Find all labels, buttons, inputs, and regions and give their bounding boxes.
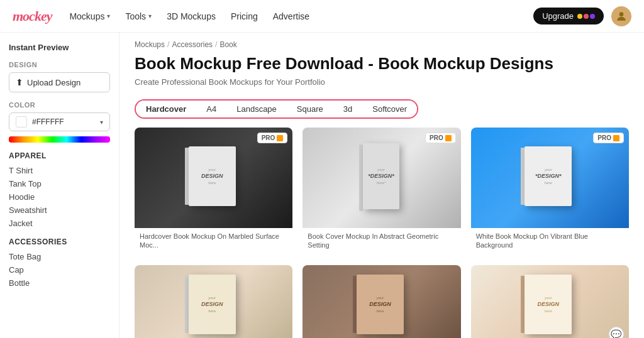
svg-point-0 xyxy=(619,12,624,16)
filter-tabs: Hardcover A4 Landscape Square 3d Softcov… xyxy=(119,93,644,128)
book-spine-1 xyxy=(185,148,189,205)
breadcrumb-sep-2: / xyxy=(215,40,217,49)
tab-a4[interactable]: A4 xyxy=(196,101,226,117)
color-picker[interactable]: #FFFFFF ▾ xyxy=(9,112,110,131)
tab-square[interactable]: Square xyxy=(287,101,333,117)
book-visual-4: your DESIGN here xyxy=(135,265,292,338)
book-3d-6: your DESIGN here xyxy=(525,275,575,337)
book-cover-2: your *DESIGN* here* xyxy=(363,143,399,209)
breadcrumb-accessories[interactable]: Accessories xyxy=(172,40,213,49)
dot-purple xyxy=(590,14,595,19)
mockup-grid: PRO your DESIGN here xyxy=(119,128,644,338)
nav-pricing[interactable]: Pricing xyxy=(231,11,258,21)
pro-badge-2: PRO xyxy=(425,133,456,143)
page-title: Book Mockup Free Download - Book Mockup … xyxy=(135,54,629,74)
book-3d-3: your *DESIGN* here xyxy=(525,146,575,209)
mockup-card-4[interactable]: your DESIGN here xyxy=(135,265,292,338)
book-cover-3: your *DESIGN* here xyxy=(525,146,572,206)
sidebar-item-cap[interactable]: Cap xyxy=(9,263,110,276)
book-cover-4: your DESIGN here xyxy=(189,275,236,334)
sidebar-item-bottle[interactable]: Bottle xyxy=(9,276,110,290)
sidebar-item-hoodie[interactable]: Hoodie xyxy=(9,190,110,204)
avatar[interactable] xyxy=(611,6,631,26)
tab-3d[interactable]: 3d xyxy=(333,101,362,117)
sidebar-item-totebag[interactable]: Tote Bag xyxy=(9,250,110,263)
book-spine-4 xyxy=(185,276,189,333)
pro-icon-1 xyxy=(277,135,283,141)
design-label: DESIGN xyxy=(9,61,110,68)
mockup-label-1: Hardcover Book Mockup On Marbled Surface… xyxy=(135,228,292,255)
book-text-4: your DESIGN here xyxy=(201,295,223,313)
sidebar: Instant Preview DESIGN ⬆ Upload Design C… xyxy=(0,33,119,338)
breadcrumb: Mockups / Accessories / Book xyxy=(119,33,644,54)
mockup-card-5[interactable]: your DESIGN here xyxy=(303,265,460,338)
nav-advertise[interactable]: Advertise xyxy=(273,11,309,21)
main-content: Mockups / Accessories / Book Book Mockup… xyxy=(119,33,644,338)
sidebar-item-jacket[interactable]: Jacket xyxy=(9,217,110,230)
pro-badge-3: PRO xyxy=(593,133,624,143)
sidebar-item-tanktop[interactable]: Tank Top xyxy=(9,177,110,190)
mockup-image-1: PRO your DESIGN here xyxy=(135,128,292,228)
book-cover-5: your DESIGN here xyxy=(357,275,404,334)
upgrade-dots xyxy=(577,14,595,19)
upgrade-button[interactable]: Upgrade xyxy=(533,8,604,25)
book-text-3: your *DESIGN* here xyxy=(535,167,562,185)
filter-tabs-inner: Hardcover A4 Landscape Square 3d Softcov… xyxy=(135,99,418,119)
mockup-card-2[interactable]: PRO your *DESIGN* here* xyxy=(303,128,460,255)
page-header: Book Mockup Free Download - Book Mockup … xyxy=(119,54,644,93)
book-cover-6: your DESIGN here xyxy=(525,275,572,334)
page-subtitle: Create Professional Book Mockups for You… xyxy=(135,77,629,87)
pro-icon-2 xyxy=(445,135,452,141)
breadcrumb-current: Book xyxy=(219,40,236,49)
logo[interactable]: mockey xyxy=(13,8,52,25)
main-nav: Mockups ▾ Tools ▾ 3D Mockups Pricing Adv… xyxy=(69,11,533,21)
sidebar-item-sweatshirt[interactable]: Sweatshirt xyxy=(9,204,110,217)
header-right: Upgrade xyxy=(533,6,631,26)
mockup-card-6[interactable]: 💬 your DESIGN here xyxy=(471,265,629,338)
mockup-image-3: PRO your *DESIGN* here xyxy=(471,128,629,228)
mockup-card-1[interactable]: PRO your DESIGN here xyxy=(135,128,292,255)
dot-yellow xyxy=(577,14,582,19)
pro-badge-1: PRO xyxy=(257,133,288,143)
chat-icon: 💬 xyxy=(609,327,624,338)
book-text-1: your DESIGN here xyxy=(201,167,223,185)
mockup-image-5: your DESIGN here xyxy=(303,265,460,338)
mockup-card-3[interactable]: PRO your *DESIGN* here xyxy=(471,128,629,255)
nav-3d-mockups[interactable]: 3D Mockups xyxy=(167,11,216,21)
breadcrumb-sep-1: / xyxy=(167,40,169,49)
book-text-5: your DESIGN here xyxy=(369,295,391,313)
book-visual-6: your DESIGN here xyxy=(471,265,629,338)
header: mockey Mockups ▾ Tools ▾ 3D Mockups Pric… xyxy=(0,0,644,33)
book-text-2: your *DESIGN* here* xyxy=(368,167,394,185)
tab-landscape[interactable]: Landscape xyxy=(226,101,287,117)
book-visual-5: your DESIGN here xyxy=(303,265,460,338)
upload-icon: ⬆ xyxy=(16,77,23,87)
breadcrumb-mockups[interactable]: Mockups xyxy=(135,40,165,49)
color-label: COLOR xyxy=(9,101,110,109)
book-3d-1: your DESIGN here xyxy=(189,146,239,209)
pro-icon-3 xyxy=(613,135,619,141)
book-3d-5: your DESIGN here xyxy=(357,275,407,337)
mockup-image-6: 💬 your DESIGN here xyxy=(471,265,629,338)
nav-mockups[interactable]: Mockups ▾ xyxy=(69,11,110,21)
accessories-title: ACCESSORIES xyxy=(9,237,110,246)
tab-softcover[interactable]: Softcover xyxy=(362,101,417,117)
mockup-label-3: White Book Mockup On Vibrant Blue Backgr… xyxy=(471,228,629,255)
color-swatch xyxy=(16,116,27,128)
book-cover-1: your DESIGN here xyxy=(189,146,236,206)
apparel-title: APPAREL xyxy=(9,151,110,160)
instant-preview-label: Instant Preview xyxy=(9,43,110,52)
nav-tools[interactable]: Tools ▾ xyxy=(125,11,152,21)
book-text-6: your DESIGN here xyxy=(538,295,560,313)
nav-mockups-chevron: ▾ xyxy=(107,13,110,19)
upload-design-button[interactable]: ⬆ Upload Design xyxy=(9,72,110,92)
tab-hardcover[interactable]: Hardcover xyxy=(136,101,196,117)
sidebar-item-tshirt[interactable]: T Shirt xyxy=(9,164,110,177)
mockup-image-2: PRO your *DESIGN* here* xyxy=(303,128,460,228)
book-3d-4: your DESIGN here xyxy=(189,275,239,337)
color-hex-value: #FFFFFF xyxy=(32,117,64,126)
book-3d-2: your *DESIGN* here* xyxy=(363,143,401,212)
nav-tools-chevron: ▾ xyxy=(148,13,152,19)
color-spectrum-bar[interactable] xyxy=(9,136,110,143)
color-chevron-icon: ▾ xyxy=(100,119,103,126)
